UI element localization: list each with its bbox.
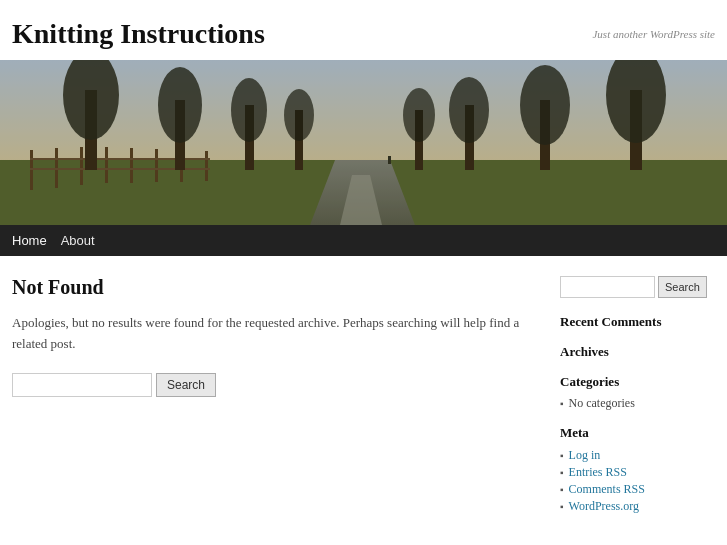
sidebar-categories-heading: Categories (560, 374, 715, 390)
sidebar-categories: Categories No categories (560, 374, 715, 411)
hero-image (0, 60, 727, 225)
sidebar-meta-entries-rss: Entries RSS (560, 464, 715, 481)
comments-rss-link[interactable]: Comments RSS (569, 482, 645, 497)
main-search-form: Search (12, 373, 530, 397)
sidebar-meta-heading: Meta (560, 425, 715, 441)
sidebar-search-input[interactable] (560, 276, 655, 298)
main-search-input[interactable] (12, 373, 152, 397)
sidebar-meta: Meta Log in Entries RSS Comments RSS Wor… (560, 425, 715, 515)
site-tagline: Just another WordPress site (592, 28, 715, 40)
sidebar-recent-comments: Recent Comments (560, 314, 715, 330)
navigation-bar: Home About (0, 225, 727, 256)
sidebar-meta-list: Log in Entries RSS Comments RSS WordPres… (560, 447, 715, 515)
nav-about[interactable]: About (61, 225, 109, 256)
svg-rect-31 (0, 60, 727, 225)
sidebar-meta-login: Log in (560, 447, 715, 464)
sidebar-meta-wordpress-org: WordPress.org (560, 498, 715, 515)
wordpress-org-link[interactable]: WordPress.org (569, 499, 639, 514)
sidebar-archives: Archives (560, 344, 715, 360)
site-title: Knitting Instructions (12, 18, 265, 50)
sidebar-search-form: Search (560, 276, 715, 298)
entries-rss-link[interactable]: Entries RSS (569, 465, 627, 480)
nav-home[interactable]: Home (12, 225, 61, 256)
not-found-heading: Not Found (12, 276, 530, 299)
sidebar: Search Recent Comments Archives Categori… (560, 276, 715, 529)
main-content: Not Found Apologies, but no results were… (12, 276, 530, 529)
main-search-button[interactable]: Search (156, 373, 216, 397)
sidebar-search-button[interactable]: Search (658, 276, 707, 298)
sidebar-meta-comments-rss: Comments RSS (560, 481, 715, 498)
login-link[interactable]: Log in (569, 448, 601, 463)
sidebar-archives-heading: Archives (560, 344, 715, 360)
not-found-text: Apologies, but no results were found for… (12, 313, 530, 355)
sidebar-recent-comments-heading: Recent Comments (560, 314, 715, 330)
sidebar-no-categories: No categories (560, 396, 715, 411)
